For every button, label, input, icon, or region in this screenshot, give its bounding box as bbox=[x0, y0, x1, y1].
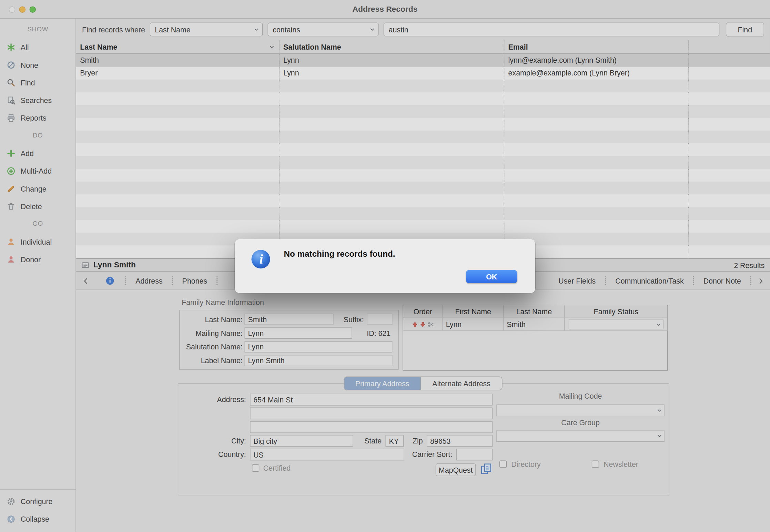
dialog-ok-button[interactable]: OK bbox=[466, 270, 517, 283]
svg-text:i: i bbox=[260, 252, 263, 266]
info-dialog-icon: i bbox=[251, 249, 271, 269]
dialog-message: No matching records found. bbox=[284, 249, 395, 259]
alert-dialog: i No matching records found. OK bbox=[235, 239, 535, 293]
screen: Address Records SHOWAllNoneFindSearchesR… bbox=[0, 0, 770, 532]
